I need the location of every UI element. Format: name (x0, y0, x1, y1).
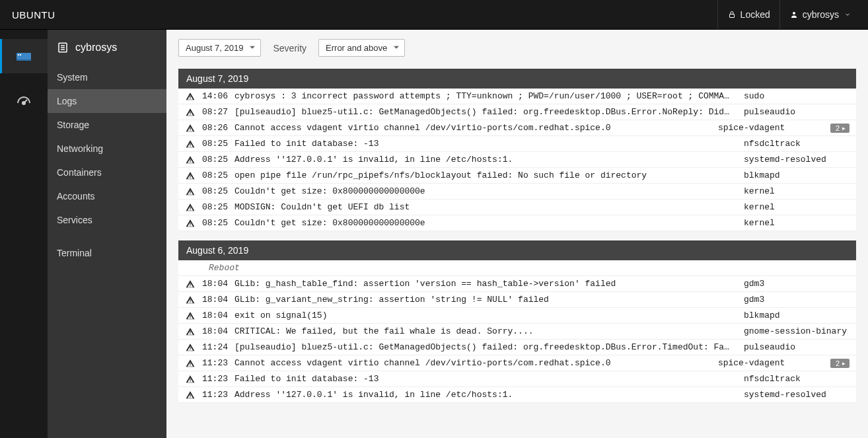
lock-icon (727, 10, 737, 19)
svg-rect-45 (190, 381, 190, 381)
log-row[interactable]: 08:26Cannot access vdagent virtio channe… (178, 120, 856, 136)
log-message: cybrosys : 3 incorrect password attempts… (235, 91, 737, 101)
log-row[interactable]: 08:25Couldn't get size: 0x80000000000000… (178, 215, 856, 231)
log-time: 18:04 (202, 326, 228, 336)
svg-rect-46 (190, 394, 190, 396)
log-row[interactable]: 11:23Cannot access vdagent virtio channe… (178, 355, 856, 371)
log-divider-row[interactable]: Reboot (178, 260, 856, 276)
user-menu[interactable]: cybrosys (779, 0, 861, 29)
log-row[interactable]: 11:24[pulseaudio] bluez5-util.c: GetMana… (178, 340, 856, 355)
log-source: sudo (744, 91, 850, 101)
log-row[interactable]: 11:23Failed to init database: -13nfsdclt… (178, 371, 856, 387)
warning-icon (185, 108, 196, 117)
log-row[interactable]: 18:04GLib: g_hash_table_find: assertion … (178, 276, 856, 292)
log-source: nfsdcltrack (744, 139, 850, 149)
sidebar-item-terminal[interactable]: Terminal (48, 241, 166, 265)
nav-rail (0, 30, 48, 438)
log-time: 08:26 (202, 123, 228, 133)
warning-icon (185, 187, 196, 196)
severity-filter-select[interactable]: Error and above (318, 39, 405, 57)
server-icon (16, 50, 32, 62)
sidebar-item-system[interactable]: System (48, 65, 166, 89)
warning-icon (185, 171, 196, 180)
sidebar-item-accounts[interactable]: Accounts (48, 184, 166, 208)
svg-rect-35 (190, 301, 190, 302)
svg-rect-16 (190, 127, 190, 129)
log-group: August 7, 201914:06cybrosys : 3 incorrec… (178, 69, 856, 231)
log-time: 11:23 (202, 390, 228, 400)
svg-rect-13 (190, 98, 190, 98)
log-group: August 6, 2019Reboot18:04GLib: g_hash_ta… (178, 240, 856, 403)
chevron-down-icon (843, 10, 852, 19)
sidebar-item-logs[interactable]: Logs (48, 89, 166, 113)
log-message: open pipe file /run/rpc_pipefs/nfs/block… (235, 170, 737, 180)
svg-rect-23 (190, 177, 190, 178)
log-row[interactable]: 18:04exit on signal(15)blkmapd (178, 308, 856, 324)
log-row[interactable]: 08:25Couldn't get size: 0x80000000000000… (178, 184, 856, 200)
log-count-badge[interactable]: 2 (830, 359, 850, 368)
log-message: Address ''127.0.0.1' is invalid, in line… (235, 390, 737, 400)
svg-rect-17 (190, 129, 190, 130)
locked-label: Locked (741, 9, 770, 20)
svg-rect-47 (190, 396, 190, 397)
log-row[interactable]: 14:06cybrosys : 3 incorrect password att… (178, 89, 856, 104)
log-source: spice-vdagent (718, 123, 824, 133)
warning-icon (185, 279, 196, 289)
log-row[interactable]: 08:25MODSIGN: Couldn't get UEFI db listk… (178, 200, 856, 215)
sidebar-header: cybrosys (48, 30, 166, 65)
log-row[interactable]: 08:25open pipe file /run/rpc_pipefs/nfs/… (178, 168, 856, 184)
log-row[interactable]: 08:25Address ''127.0.0.1' is invalid, in… (178, 152, 856, 168)
log-time: 08:25 (202, 218, 228, 228)
warning-icon (185, 124, 196, 133)
svg-rect-32 (190, 283, 190, 285)
log-count-badge[interactable]: 2 (830, 124, 850, 133)
log-source: nfsdcltrack (744, 374, 850, 384)
warning-icon (185, 343, 196, 352)
svg-rect-37 (190, 317, 190, 318)
svg-rect-18 (190, 143, 190, 145)
log-time: 11:24 (202, 342, 228, 352)
log-message: Reboot (209, 263, 737, 273)
svg-rect-12 (190, 95, 190, 97)
warning-icon (185, 390, 196, 400)
rail-item-dashboard[interactable] (0, 85, 48, 120)
log-group-date: August 7, 2019 (178, 69, 856, 89)
log-row[interactable]: 18:04GLib: g_variant_new_string: asserti… (178, 292, 856, 308)
main-content[interactable]: August 7, 2019 Severity Error and above … (166, 30, 868, 438)
log-message: GLib: g_variant_new_string: assertion 's… (235, 295, 737, 305)
rail-item-host[interactable] (0, 39, 48, 73)
log-message: Address ''127.0.0.1' is invalid, in line… (235, 155, 737, 164)
log-toolbar: August 7, 2019 Severity Error and above (178, 36, 856, 69)
log-source: systemd-resolved (744, 155, 850, 164)
log-time: 11:23 (202, 358, 228, 368)
svg-rect-3 (17, 59, 31, 61)
log-row[interactable]: 08:25Failed to init database: -13nfsdclt… (178, 136, 856, 152)
log-row[interactable]: 18:04CRITICAL: We failed, but the fail w… (178, 324, 856, 340)
svg-rect-41 (190, 349, 190, 349)
log-source: pulseaudio (744, 342, 850, 352)
svg-rect-27 (190, 209, 190, 209)
svg-rect-33 (190, 285, 190, 286)
log-message: MODSIGN: Couldn't get UEFI db list (235, 202, 737, 212)
sidebar: cybrosys SystemLogsStorageNetworkingCont… (48, 30, 166, 438)
svg-rect-4 (18, 54, 19, 55)
log-source: gdm3 (744, 279, 850, 289)
sidebar-item-storage[interactable]: Storage (48, 113, 166, 137)
sidebar-item-networking[interactable]: Networking (48, 137, 166, 161)
user-label: cybrosys (803, 9, 839, 20)
log-source: gnome-session-binary (744, 326, 850, 336)
date-filter-select[interactable]: August 7, 2019 (178, 39, 261, 57)
svg-rect-44 (190, 378, 190, 380)
warning-icon (185, 375, 196, 384)
sidebar-host-label: cybrosys (75, 42, 117, 54)
log-row[interactable]: 08:27[pulseaudio] bluez5-util.c: GetMana… (178, 104, 856, 120)
log-source: gdm3 (744, 295, 850, 305)
log-message: Failed to init database: -13 (235, 139, 737, 149)
sidebar-item-containers[interactable]: Containers (48, 161, 166, 184)
log-row[interactable]: 11:23Address ''127.0.0.1' is invalid, in… (178, 387, 856, 403)
sidebar-item-services[interactable]: Services (48, 208, 166, 232)
locked-button[interactable]: Locked (717, 0, 779, 29)
log-source: pulseaudio (744, 107, 850, 117)
log-source: blkmapd (744, 310, 850, 320)
log-time: 18:04 (202, 279, 228, 289)
